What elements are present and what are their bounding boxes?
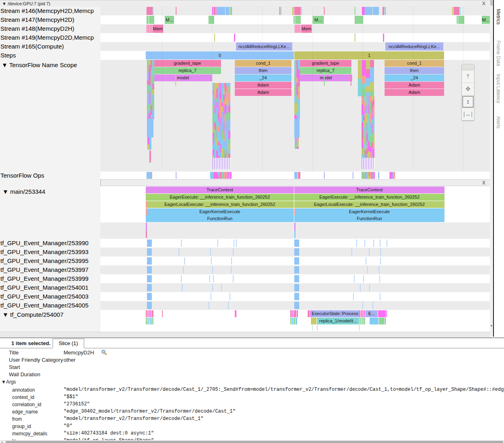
trace-event[interactable] [365,7,372,15]
name-scope-row-label[interactable]: ▼ TensorFlow Name Scope [2,61,100,70]
trace-event[interactable] [370,67,374,76]
trace-event[interactable]: ncclAllReduceRingLLKe... [236,42,292,51]
trace-event[interactable] [147,7,153,15]
trace-event[interactable] [383,34,384,42]
trace-event[interactable] [149,310,150,317]
trace-event[interactable] [233,275,234,282]
trace-event[interactable] [175,74,176,86]
trace-event[interactable]: ncclAllReduceRingLLKe... [385,42,443,51]
trace-event[interactable] [356,240,357,247]
trace-event[interactable] [279,7,280,15]
trace-event[interactable] [292,318,293,324]
trace-event[interactable] [228,106,230,112]
trace-event[interactable] [228,119,230,127]
trace-event[interactable] [152,89,154,95]
pan-tool-icon[interactable]: ✥ [462,83,474,95]
trace-event[interactable]: Adam [385,89,444,96]
trace-event[interactable] [176,172,177,179]
trace-event[interactable] [354,275,355,282]
trace-event[interactable] [214,7,216,15]
trace-event[interactable] [294,231,296,238]
trace-event[interactable] [295,16,301,24]
search-icon[interactable] [101,350,107,355]
trace-event[interactable] [374,7,379,15]
trace-event[interactable] [294,284,299,291]
trace-event[interactable] [373,149,374,158]
trace-event[interactable] [457,16,458,24]
trace-event[interactable] [176,7,177,15]
trace-event[interactable]: ExecutorState::Process [311,310,359,317]
trace-event[interactable] [298,87,300,91]
trace-event[interactable] [358,79,362,85]
trace-event[interactable]: EagerKernelExecute [146,208,294,215]
trace-event[interactable] [379,318,385,324]
trace-event[interactable] [311,318,317,324]
trace-event[interactable] [297,310,298,317]
trace-event[interactable] [361,310,362,317]
trace-event[interactable] [294,119,300,138]
trace-event[interactable]: model [300,74,352,81]
trace-event[interactable] [236,240,237,247]
trace-event[interactable] [294,266,299,273]
trace-event[interactable] [297,147,299,149]
trace-event[interactable] [217,240,218,247]
trace-event[interactable] [181,275,182,282]
scroll-down-arrow-icon[interactable]: ▼ [490,324,493,329]
trace-event[interactable] [298,103,300,112]
trace-event[interactable] [228,154,230,158]
trace-event[interactable] [211,257,212,265]
tab-slice[interactable]: Slice (1) [53,339,84,348]
trace-event[interactable] [294,240,299,247]
trace-event[interactable] [149,162,151,163]
trace-event[interactable] [281,7,281,15]
trace-event[interactable] [387,240,387,247]
trace-event[interactable]: EagerKernelExecute [294,208,444,215]
trace-event[interactable] [230,293,230,300]
trace-event[interactable] [294,302,299,309]
trace-event[interactable] [184,257,185,265]
trace-event[interactable] [308,310,310,317]
trace-event[interactable] [373,133,374,144]
trace-event[interactable] [293,16,295,24]
trace-event[interactable] [228,127,230,131]
horizontal-scrollbar[interactable]: ◄ [0,440,504,443]
horizontal-scroll-thumb[interactable] [6,441,503,443]
trace-event[interactable] [146,223,147,231]
trace-event[interactable]: M... [313,16,324,24]
trace-event[interactable] [358,68,362,79]
trace-event[interactable] [231,7,232,15]
trace-event[interactable] [374,172,375,179]
trace-event[interactable] [294,223,296,231]
trace-event[interactable] [361,318,362,324]
vertical-zoom-tool-icon[interactable]: ↕ [462,95,474,108]
trace-event[interactable] [379,275,380,282]
trace-event[interactable] [373,123,374,133]
trace-event[interactable] [298,70,300,79]
trace-event[interactable] [147,248,152,256]
trace-event[interactable] [225,7,229,15]
trace-event[interactable] [149,148,151,150]
trace-event[interactable] [362,318,364,324]
trace-event[interactable] [298,172,300,179]
trace-event[interactable] [359,310,360,317]
trace-event[interactable]: cond_1 [235,60,291,67]
trace-event[interactable] [379,266,379,273]
trace-event[interactable] [294,172,298,179]
trace-event[interactable] [373,100,374,106]
trace-event[interactable] [373,96,374,100]
trace-event[interactable]: TraceContext [146,187,294,193]
trace-event[interactable]: EagerExecute: __inference_train_function… [146,194,294,201]
trace-event[interactable] [228,139,230,144]
trace-event[interactable] [362,310,364,317]
trace-event[interactable] [294,310,296,317]
trace-event[interactable]: TraceContext [294,187,444,193]
trace-event[interactable] [212,284,213,291]
trace-event[interactable] [211,293,211,300]
cpu-close-button[interactable]: X [481,180,487,186]
trace-event[interactable] [385,318,386,324]
trace-event[interactable] [294,208,296,215]
trace-event[interactable]: EagerLocalExecute: __inference_train_fun… [294,201,444,208]
trace-event[interactable] [317,325,317,331]
trace-event[interactable] [364,240,365,247]
trace-event[interactable] [152,110,154,116]
